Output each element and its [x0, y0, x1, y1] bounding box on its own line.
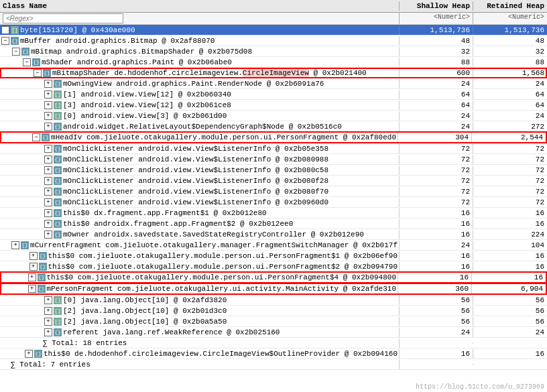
expand-icon[interactable]: + [44, 231, 52, 239]
table-row[interactable]: +{}mOnClickListener android.view.View$Li… [0, 176, 547, 186]
table-row[interactable]: +[][2] java.lang.Object[10] @ 0x2b01d3c0… [0, 306, 547, 316]
expand-icon[interactable]: + [44, 307, 52, 315]
collapse-icon[interactable]: − [32, 133, 40, 141]
object-icon: {} [54, 145, 62, 153]
row-shallow-heap: 64 [400, 101, 473, 110]
object-icon: {} [54, 231, 62, 239]
row-class-name: +{}mOnClickListener android.view.View$Li… [0, 166, 400, 175]
table-row[interactable]: +{}this$0 com.jieluote.otakugallery.modu… [0, 251, 547, 261]
row-shallow-heap: 16 [400, 349, 473, 358]
table-row[interactable]: +{}android.widget.RelativeLayout$Depende… [0, 121, 547, 132]
row-retained-heap: 16 [473, 208, 547, 218]
row-class-name: +{}this$0 com.jieluote.otakugallery.modu… [0, 262, 400, 271]
expand-icon[interactable]: + [44, 123, 52, 131]
expand-icon[interactable]: + [44, 101, 52, 109]
table-row[interactable]: +{}mOnClickListener android.view.View$Li… [0, 143, 547, 154]
expand-icon[interactable]: + [29, 263, 38, 271]
expand-icon[interactable]: + [44, 177, 52, 185]
filter-row[interactable] [0, 13, 400, 24]
table-row[interactable]: −{}mShader android.graphics.Paint @ 0x2b… [0, 57, 547, 68]
row-name-text: byte[1513720] @ 0x430ae000 [20, 26, 135, 34]
table-row[interactable]: +{}this$0 de.hdodenhof.circleimageview.C… [0, 348, 547, 359]
table-row[interactable]: −{}mHeadIv com.jieluote.otakugallery.mod… [0, 131, 547, 143]
expand-icon[interactable]: + [28, 285, 36, 293]
table-row[interactable]: +[][1] android.view.View[12] @ 0x2b06034… [0, 89, 547, 100]
table-row[interactable]: +{}mOwningView android.graphics.Paint.Re… [0, 78, 547, 89]
table-row[interactable]: +{}mOnClickListener android.view.View$Li… [0, 165, 547, 176]
table-row[interactable]: +{}mOwner androidx.savedstate.SavedState… [0, 229, 547, 240]
table-row[interactable]: +[][3] android.view.View[12] @ 0x2b061ce… [0, 100, 547, 111]
row-shallow-heap: 24 [400, 79, 473, 88]
row-retained-heap: 72 [473, 187, 547, 196]
row-retained-heap: 64 [473, 90, 547, 99]
table-row[interactable]: ∑ Total: 7 entries [0, 359, 547, 370]
expand-icon[interactable]: + [44, 145, 52, 153]
expand-icon[interactable]: + [44, 155, 52, 164]
table-row[interactable]: +{}this$0 com.jieluote.otakugallery.modu… [0, 261, 547, 272]
expand-icon[interactable]: + [44, 209, 52, 217]
row-name-text: this$0 com.jieluote.otakugallery.module.… [47, 273, 397, 281]
row-shallow-heap: 1,513,736 [400, 25, 473, 35]
row-retained-heap: 56 [473, 317, 547, 326]
table-row[interactable]: +{}mCurrentFragment com.jieluote.otakuga… [0, 240, 547, 251]
table-row[interactable]: +[][0] android.view.View[3] @ 0x2b061d00… [0, 111, 547, 121]
expand-icon[interactable]: + [44, 220, 52, 228]
object-icon: {} [42, 133, 50, 141]
row-retained-heap: 1,513,736 [473, 25, 547, 35]
row-name-text: mBitmapShader de.hdodenhof.circleimagevi… [52, 69, 367, 77]
object-icon: {} [54, 166, 62, 174]
object-icon: {} [21, 48, 29, 56]
row-retained-heap: 16 [473, 262, 547, 271]
table-row[interactable]: +[][2] java.lang.Object[10] @ 0x2b0a5a50… [0, 316, 547, 327]
row-retained-heap: 72 [473, 176, 547, 186]
table-row[interactable]: +{}mOnClickListener android.view.View$Li… [0, 186, 547, 197]
expand-icon[interactable]: + [44, 198, 52, 206]
table-row[interactable]: +{}this$0 dx.fragment.app.Fragment$1 @ 0… [0, 208, 547, 218]
table-row[interactable]: −{}mBuffer android.graphics.Bitmap @ 0x2… [0, 36, 547, 46]
expand-icon[interactable]: + [44, 166, 52, 174]
expand-icon[interactable]: + [44, 296, 52, 304]
table-row[interactable]: +{}this$0 androidx.fragment.app.Fragment… [0, 218, 547, 229]
col-class-name-header: Class Name [0, 1, 400, 11]
regex-filter-input[interactable] [3, 13, 123, 23]
row-retained-heap: 88 [473, 58, 547, 67]
object-icon: {} [34, 350, 42, 358]
expand-icon[interactable]: + [44, 80, 52, 88]
table-row[interactable]: +{}mOnClickListener android.view.View$Li… [0, 197, 547, 208]
expand-icon[interactable]: + [29, 252, 38, 260]
table-row[interactable]: +{}referent java.lang.ref.WeakReference … [0, 327, 547, 338]
collapse-icon[interactable]: − [1, 37, 9, 45]
table-row[interactable]: +{}mPersonFragment com.jieluote.otakugal… [0, 283, 547, 295]
expand-icon[interactable]: + [44, 90, 52, 99]
table-row[interactable]: −{}mBitmap android.graphics.BitmapShader… [0, 46, 547, 57]
expand-icon[interactable]: + [44, 188, 52, 196]
expand-icon[interactable]: + [25, 350, 33, 358]
row-class-name: +[][2] java.lang.Object[10] @ 0x2b01d3c0 [0, 306, 400, 316]
table-row[interactable]: −{}mBitmapShader de.hdodenhof.circleimag… [0, 68, 547, 78]
row-class-name: +{}this$0 androidx.fragment.app.Fragment… [0, 219, 400, 228]
expand-icon[interactable]: + [44, 328, 52, 336]
expand-icon[interactable]: + [44, 112, 52, 120]
table-row[interactable]: +{}this$0 com.jieluote.otakugallery.modu… [0, 271, 547, 283]
expand-icon[interactable]: + [44, 318, 52, 326]
table-row[interactable]: +{}mOnClickListener android.view.View$Li… [0, 154, 547, 165]
row-class-name: +{}this$0 dx.fragment.app.Fragment$1 @ 0… [0, 208, 400, 218]
collapse-icon[interactable]: − [34, 69, 42, 77]
row-class-name: −{}mBuffer android.graphics.Bitmap @ 0x2… [0, 36, 400, 46]
table-row[interactable]: −[]byte[1513720] @ 0x430ae0001,513,7361,… [0, 25, 547, 36]
expand-icon[interactable]: + [11, 241, 19, 249]
row-class-name: +{}mOnClickListener android.view.View$Li… [0, 176, 400, 186]
table-body: −[]byte[1513720] @ 0x430ae0001,513,7361,… [0, 25, 547, 377]
row-name-text: mBuffer android.graphics.Bitmap @ 0x2af8… [20, 37, 215, 45]
row-name-text: [0] java.lang.Object[10] @ 0x2afd3820 [63, 296, 227, 304]
collapse-icon[interactable]: − [23, 58, 31, 66]
table-row[interactable]: ∑ Total: 18 entries [0, 338, 547, 348]
expand-icon[interactable]: + [28, 273, 36, 281]
collapse-icon[interactable]: − [1, 26, 9, 34]
row-shallow-heap: 64 [400, 90, 473, 99]
row-retained-heap: 24 [473, 79, 547, 88]
collapse-icon[interactable]: − [12, 48, 20, 56]
table-row[interactable]: +[][0] java.lang.Object[10] @ 0x2afd3820… [0, 295, 547, 306]
row-shallow-heap: 72 [400, 198, 473, 207]
object-icon: {} [54, 198, 62, 206]
